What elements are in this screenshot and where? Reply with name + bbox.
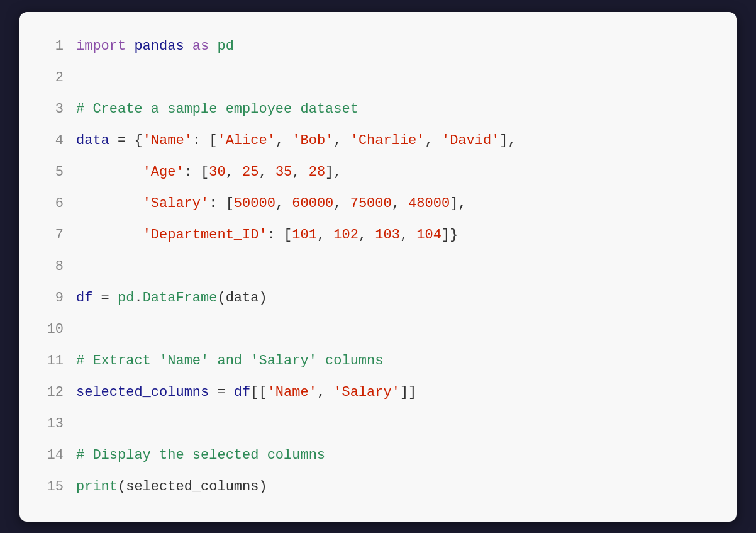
token-number: 30	[209, 164, 225, 180]
token-punc: ,	[275, 196, 292, 211]
token-punc: ],	[499, 133, 516, 149]
token-string: 'Age'	[143, 164, 184, 180]
token-fn: DataFrame	[143, 290, 218, 306]
token-punc: ,	[400, 227, 416, 243]
code-line: 10	[45, 314, 711, 345]
token-punc: ,	[317, 227, 333, 243]
code-line: 2	[45, 62, 711, 94]
line-number: 8	[45, 251, 76, 283]
token-number: 35	[275, 164, 292, 180]
token-punc: ,	[292, 164, 308, 180]
code-line: 15print(selected_columns)	[45, 471, 711, 503]
token-number: 103	[375, 227, 400, 243]
line-content: data = {'Name': ['Alice', 'Bob', 'Charli…	[76, 125, 516, 157]
token-punc: : [	[267, 227, 292, 243]
line-content: 'Salary': [50000, 60000, 75000, 48000],	[76, 188, 467, 220]
token-kw-module: pd	[118, 290, 134, 306]
token-string: 'Bob'	[292, 133, 333, 149]
token-punc: : [	[192, 133, 218, 149]
code-line: 8	[45, 251, 711, 283]
token-var: df	[234, 384, 250, 400]
token-punc: ,	[392, 196, 408, 211]
token-string: 'Charlie'	[350, 133, 425, 149]
token-punc: ,	[275, 133, 292, 149]
line-content: import pandas as pd	[76, 31, 234, 62]
line-number: 5	[45, 157, 76, 188]
token-number: 102	[333, 227, 359, 243]
token-punc: (selected_columns)	[118, 479, 267, 495]
token-punc: ,	[425, 133, 442, 149]
line-number: 4	[45, 125, 76, 157]
line-content: # Extract 'Name' and 'Salary' columns	[76, 345, 383, 377]
token-number: 50000	[234, 196, 275, 211]
line-content: 'Age': [30, 25, 35, 28],	[76, 157, 342, 188]
code-line: 14# Display the selected columns	[45, 440, 711, 471]
code-line: 1import pandas as pd	[45, 31, 711, 62]
token-number: 48000	[408, 196, 450, 211]
token-punc: ,	[333, 196, 350, 211]
token-string: 'Salary'	[333, 384, 400, 400]
token-number: 101	[292, 227, 317, 243]
line-number: 7	[45, 220, 76, 251]
token-number: 75000	[350, 196, 392, 211]
token-punc: : [	[209, 196, 234, 211]
token-punc: {	[134, 133, 142, 149]
token-var: selected_columns	[76, 384, 209, 400]
token-string: 'Department_ID'	[143, 227, 267, 243]
token-comment: # Extract 'Name' and 'Salary' columns	[76, 353, 383, 369]
token-kw-import: import	[76, 38, 126, 54]
token-punc: [[	[250, 384, 267, 400]
line-number: 1	[45, 31, 76, 62]
code-line: 3# Create a sample employee dataset	[45, 94, 711, 125]
code-line: 5 'Age': [30, 25, 35, 28],	[45, 157, 711, 188]
token-op: =	[92, 290, 118, 306]
code-line: 6 'Salary': [50000, 60000, 75000, 48000]…	[45, 188, 711, 220]
token-op: =	[109, 133, 135, 149]
line-content: # Display the selected columns	[76, 440, 325, 471]
token-string: 'Name'	[143, 133, 192, 149]
token-punc: ,	[359, 227, 375, 243]
line-content: 'Department_ID': [101, 102, 103, 104]}	[76, 220, 458, 251]
line-number: 2	[45, 62, 76, 94]
token-punc: ]]	[400, 384, 416, 400]
token-punc: ,	[258, 164, 275, 180]
token-punc	[76, 227, 143, 243]
code-container: 1import pandas as pd23# Create a sample …	[19, 12, 737, 522]
token-comment: # Display the selected columns	[76, 447, 325, 463]
line-content: # Create a sample employee dataset	[76, 94, 359, 125]
token-number: 104	[416, 227, 442, 243]
token-punc: ,	[333, 133, 350, 149]
token-number: 25	[242, 164, 258, 180]
token-string: 'Salary'	[143, 196, 209, 211]
line-number: 12	[45, 377, 76, 408]
line-number: 13	[45, 408, 76, 440]
line-number: 10	[45, 314, 76, 345]
token-kw-as: as	[192, 38, 209, 54]
token-var: pandas	[126, 38, 192, 54]
token-string: 'Alice'	[217, 133, 275, 149]
token-punc: (data)	[217, 290, 267, 306]
token-var: data	[76, 133, 109, 149]
token-punc: ,	[226, 164, 242, 180]
token-punc: ,	[317, 384, 333, 400]
code-line: 9df = pd.DataFrame(data)	[45, 283, 711, 314]
token-comment: # Create a sample employee dataset	[76, 101, 359, 117]
token-punc: .	[134, 290, 142, 306]
line-number: 11	[45, 345, 76, 377]
token-op: =	[209, 384, 234, 400]
token-string: 'David'	[442, 133, 499, 149]
line-number: 15	[45, 471, 76, 503]
token-number: 60000	[292, 196, 333, 211]
token-punc: ],	[450, 196, 466, 211]
token-kw-module: pd	[209, 38, 234, 54]
code-block: 1import pandas as pd23# Create a sample …	[45, 31, 711, 503]
code-line: 11# Extract 'Name' and 'Salary' columns	[45, 345, 711, 377]
token-punc: ]}	[442, 227, 458, 243]
code-line: 7 'Department_ID': [101, 102, 103, 104]}	[45, 220, 711, 251]
token-number: 28	[309, 164, 325, 180]
token-punc: ],	[325, 164, 342, 180]
token-punc	[76, 196, 143, 211]
line-number: 9	[45, 283, 76, 314]
line-number: 6	[45, 188, 76, 220]
line-content: selected_columns = df[['Name', 'Salary']…	[76, 377, 416, 408]
